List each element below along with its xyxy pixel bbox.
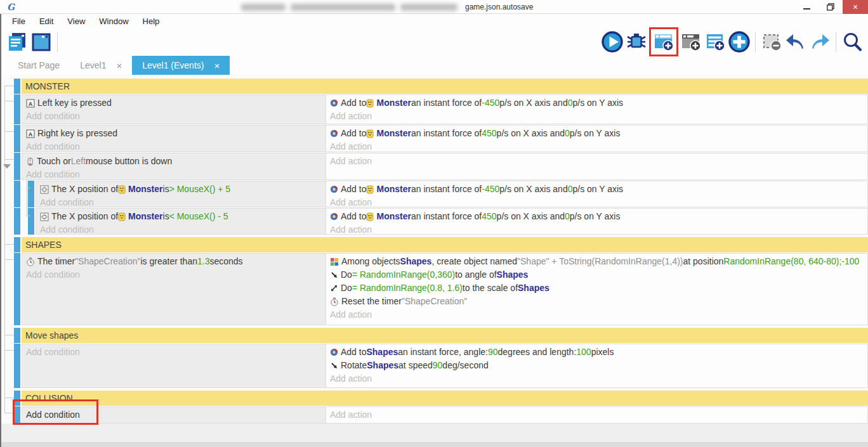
search-icon[interactable]	[840, 30, 864, 54]
action-line[interactable]: Among objects Shapes, create object name…	[330, 255, 867, 268]
action-line[interactable]: Reset the timer "ShapeCreation"	[330, 295, 867, 308]
text-segment: Left	[71, 155, 86, 168]
group-header-shapes[interactable]: SHAPES	[22, 237, 868, 252]
conditions-cell[interactable]: Add condition	[22, 344, 326, 388]
event-drag-bar[interactable]	[14, 181, 20, 207]
add-action-button[interactable]: Add action	[330, 196, 867, 207]
event-drag-bar[interactable]	[14, 253, 20, 325]
angle-icon	[330, 271, 338, 279]
action-line[interactable]: Do = RandomInRange(0.8, 1.6) to the scal…	[330, 282, 867, 295]
actions-cell[interactable]: Add action	[326, 153, 868, 180]
event-drag-bar[interactable]	[14, 328, 20, 343]
restore-button[interactable]	[819, 0, 843, 14]
group-header-monster[interactable]: MONSTER	[22, 79, 868, 94]
text-segment: > MouseX() + 5	[169, 183, 231, 196]
actions-cell[interactable]: Among objects Shapes, create object name…	[326, 253, 868, 325]
subevent-row: The X position of Monster is > MouseX() …	[1, 181, 868, 207]
project-manager-icon[interactable]	[5, 30, 29, 54]
tree-guide	[4, 350, 14, 351]
conditions-cell[interactable]: ARight key is pressedAdd condition	[22, 125, 326, 152]
add-condition-button[interactable]: Add condition	[26, 268, 326, 282]
actions-cell[interactable]: Add to Monster an instant force of 450 p…	[326, 125, 868, 152]
add-condition-button[interactable]: Add condition	[26, 346, 326, 359]
debug-icon[interactable]	[624, 30, 648, 54]
condition-line[interactable]: Touch or Left mouse button is down	[26, 155, 326, 168]
action-line[interactable]: Do = RandomInRange(0,360) to angle of Sh…	[330, 268, 867, 282]
tab-level1[interactable]: Level1×	[70, 56, 132, 75]
preview-play-icon[interactable]	[600, 30, 624, 54]
event-drag-bar[interactable]	[14, 153, 20, 180]
minimize-button[interactable]	[794, 0, 819, 14]
action-line[interactable]: Add to Monster an instant force of -450 …	[330, 183, 867, 196]
add-action-button[interactable]: Add action	[330, 110, 867, 123]
close-button[interactable]: ×	[843, 0, 868, 14]
add-action-button[interactable]: Add action	[330, 308, 867, 321]
text-segment: Shapes	[367, 359, 398, 372]
menu-item-view[interactable]: View	[60, 14, 92, 28]
actions-cell[interactable]: Add to Monster an instant force of -450 …	[326, 94, 868, 124]
text-segment: "ShapeCreation"	[75, 255, 140, 268]
add-condition-button[interactable]: Add condition	[26, 140, 326, 152]
condition-line[interactable]: The timer "ShapeCreation" is greater tha…	[26, 255, 326, 268]
conditions-cell[interactable]: The X position of Monster is < MouseX() …	[36, 208, 326, 235]
actions-cell[interactable]: Add action	[326, 406, 868, 424]
text-segment: 450	[482, 210, 496, 223]
action-line[interactable]: Add to Monster an instant force of 450 p…	[330, 210, 867, 223]
event-drag-bar[interactable]	[14, 344, 20, 388]
redo-icon[interactable]	[808, 30, 832, 54]
actions-cell[interactable]: Add to Monster an instant force of 450 p…	[326, 208, 868, 235]
event-drag-bar[interactable]	[28, 208, 34, 235]
add-action-button[interactable]: Add action	[330, 155, 867, 168]
condition-line[interactable]: The X position of Monster is < MouseX() …	[40, 210, 326, 223]
menu-item-help[interactable]: Help	[136, 14, 167, 28]
event-drag-bar[interactable]	[14, 79, 20, 94]
event-drag-bar[interactable]	[14, 94, 20, 124]
tab-close-icon[interactable]: ×	[214, 60, 220, 71]
action-line[interactable]: Rotate Shapes at speed 90deg/second	[330, 359, 867, 372]
add-comment-icon[interactable]	[703, 30, 727, 54]
delete-event-icon[interactable]	[760, 30, 784, 54]
add-action-button[interactable]: Add action	[330, 372, 867, 385]
conditions-cell[interactable]: The timer "ShapeCreation" is greater tha…	[22, 253, 326, 325]
text-segment: seconds	[209, 255, 242, 268]
start-page-icon[interactable]	[29, 30, 53, 54]
action-line[interactable]: Add to Shapes an instant force, angle: 9…	[330, 346, 867, 359]
actions-cell[interactable]: Add to Shapes an instant force, angle: 9…	[326, 344, 868, 388]
group-header-move-shapes[interactable]: Move shapes	[22, 328, 868, 343]
action-line[interactable]: Add to Monster an instant force of -450 …	[330, 96, 867, 110]
event-drag-bar[interactable]	[14, 237, 20, 252]
menu-item-window[interactable]: Window	[92, 14, 135, 28]
action-line[interactable]: Add to Monster an instant force of 450 p…	[330, 127, 867, 140]
add-condition-button[interactable]: Add condition	[40, 223, 326, 235]
event-drag-bar[interactable]	[28, 181, 34, 207]
add-more-icon[interactable]	[727, 30, 751, 54]
add-action-button[interactable]: Add action	[330, 408, 867, 422]
actions-cell[interactable]: Add to Monster an instant force of -450 …	[326, 181, 868, 207]
add-condition-button[interactable]: Add condition	[26, 168, 326, 180]
add-condition-button[interactable]: Add condition	[26, 110, 326, 123]
menu-item-file[interactable]: File	[5, 14, 32, 28]
menu-item-edit[interactable]: Edit	[32, 14, 60, 28]
text-segment: Add condition	[26, 168, 80, 180]
tab-level1-events-[interactable]: Level1 (Events)×	[132, 56, 230, 75]
add-event-icon[interactable]	[652, 30, 676, 54]
conditions-cell[interactable]: The X position of Monster is > MouseX() …	[36, 181, 326, 207]
collapse-triangle-icon[interactable]	[3, 164, 11, 169]
condition-line[interactable]: ARight key is pressed	[26, 127, 326, 140]
condition-line[interactable]: ALeft key is pressed	[26, 96, 326, 110]
annotation-rectangle-toolbar	[649, 27, 678, 56]
tab-close-icon[interactable]: ×	[116, 60, 122, 71]
undo-icon[interactable]	[784, 30, 808, 54]
conditions-cell[interactable]: Touch or Left mouse button is downAdd co…	[22, 153, 326, 180]
add-condition-button[interactable]: Add condition	[40, 196, 326, 207]
text-segment: an instant force, angle:	[398, 346, 488, 359]
event-drag-bar[interactable]	[14, 125, 20, 152]
tab-start-page[interactable]: Start Page	[8, 56, 70, 75]
add-action-button[interactable]: Add action	[330, 223, 867, 235]
group-header-collision[interactable]: COLLISION	[22, 391, 868, 406]
event-drag-bar[interactable]	[14, 208, 20, 235]
conditions-cell[interactable]: ALeft key is pressedAdd condition	[22, 94, 326, 124]
condition-line[interactable]: The X position of Monster is > MouseX() …	[40, 183, 326, 196]
add-subevent-icon[interactable]	[679, 30, 703, 54]
add-action-button[interactable]: Add action	[330, 140, 867, 152]
